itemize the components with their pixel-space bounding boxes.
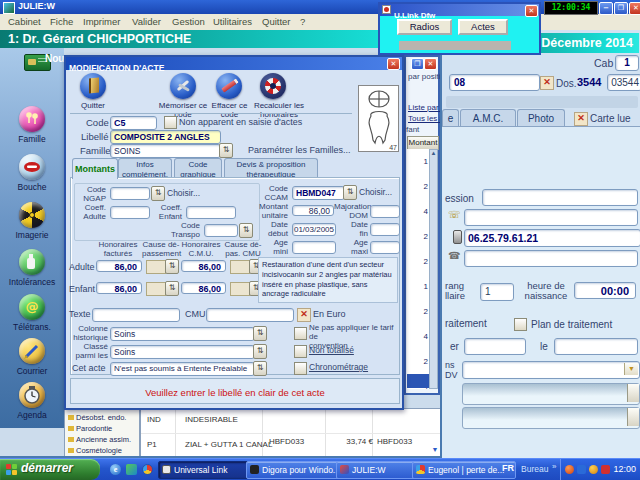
radios-button[interactable]: Radios — [397, 19, 452, 35]
memoriser-icon[interactable] — [170, 73, 196, 99]
enfant-honoraires-field[interactable]: 86,00 — [96, 282, 142, 294]
classe-field[interactable]: Soins — [110, 345, 255, 359]
ulink-close-icon[interactable]: ✕ — [525, 5, 538, 17]
quitter-icon[interactable] — [80, 73, 106, 99]
enfant-cause-field[interactable] — [146, 282, 166, 296]
rang-field[interactable]: 1 — [480, 283, 514, 301]
sidebar-item-intolerances[interactable]: Intolérances — [0, 277, 64, 287]
list-close-button[interactable]: ✕ — [424, 58, 437, 70]
date-debut-field[interactable]: 01/03/2005 — [292, 223, 336, 236]
transpo-field[interactable] — [204, 224, 238, 237]
menu-cabinet[interactable]: Cabinet — [8, 14, 41, 30]
language-indicator[interactable]: FR — [502, 463, 514, 473]
dialog-titlebar[interactable]: MODIFICATION D'ACTE ✕ — [66, 57, 402, 70]
tarif-checkbox[interactable] — [294, 327, 307, 340]
table-row[interactable]: IND INDESIRABLE — [141, 415, 441, 431]
notes-box-1[interactable] — [462, 383, 640, 405]
sidebar-item-famille[interactable]: Famille — [0, 134, 64, 144]
ulink-titlebar[interactable]: U.Link Dfw ✕ — [380, 4, 539, 16]
adulte-cause-cmu-field[interactable] — [230, 260, 250, 274]
libelle-field[interactable]: COMPOSITE 2 ANGLES — [110, 130, 221, 144]
list-restore-button[interactable]: ❐ — [411, 58, 424, 70]
famille-field[interactable]: SOINS — [110, 144, 221, 158]
menu-imprimer[interactable]: Imprimer — [83, 14, 120, 30]
start-button[interactable]: démarrer — [0, 459, 100, 480]
age-mini-field[interactable] — [292, 241, 336, 254]
chevron-down-icon[interactable]: ▼ — [624, 363, 638, 375]
ngap-field[interactable] — [110, 187, 150, 200]
heure-naissance-field[interactable]: 00:00 — [574, 282, 636, 299]
colonne-field[interactable]: Soins — [110, 327, 255, 341]
adulte-cause-spinner[interactable]: ⇅ — [165, 259, 179, 274]
quicklaunch-msn-icon[interactable] — [126, 464, 137, 475]
tab-photo[interactable]: Photo — [517, 109, 565, 127]
classe-spinner[interactable]: ⇅ — [253, 344, 267, 359]
courrier-icon[interactable] — [19, 338, 45, 364]
ccam-spinner[interactable]: ⇅ — [343, 185, 357, 200]
montant-column-header[interactable]: Montant — [407, 136, 439, 150]
imagerie-icon[interactable] — [19, 202, 45, 228]
menu-valider[interactable]: Valider — [132, 14, 161, 30]
totalise-checkbox[interactable] — [294, 345, 307, 358]
enfant-cause-spinner[interactable]: ⇅ — [165, 281, 179, 296]
montant-unitaire-field[interactable]: 86,00 — [292, 205, 334, 216]
list-scrollbar[interactable]: ▲ — [429, 149, 438, 389]
sidebar-item-teletrans[interactable]: Télétrans. — [0, 322, 64, 332]
sidebar-item-imagerie[interactable]: Imagerie — [0, 230, 64, 240]
parametrer-familles-link[interactable]: Paramétrer les Familles... — [248, 146, 351, 156]
code08-field[interactable]: 08 — [449, 74, 540, 91]
menu-quitter[interactable]: Quitter — [262, 14, 291, 30]
menu-help[interactable]: ? — [300, 14, 305, 30]
notes-box-2-button[interactable] — [627, 408, 639, 426]
cet-acte-field[interactable]: N'est pas soumis à Entente Préalable — [110, 362, 255, 376]
selected-row-highlight[interactable] — [407, 374, 429, 388]
tray-blue-icon[interactable] — [577, 465, 586, 474]
table-row[interactable]: P1 ZIAL + GUTTA 1 CANAL HBFD033 33,74 € … — [141, 437, 441, 453]
tab-devis[interactable]: Devis & proposition thérapeutique — [224, 158, 318, 177]
colonne-spinner[interactable]: ⇅ — [253, 326, 267, 341]
teletrans-icon[interactable]: @ — [19, 294, 45, 320]
tab-code-graphique[interactable]: Code graphique — [174, 158, 222, 177]
fax-field[interactable] — [464, 209, 638, 226]
age-maxi-field[interactable] — [370, 241, 400, 254]
coeff-enfant-field[interactable] — [186, 206, 236, 219]
adulte-honoraires-field[interactable]: 86,00 — [96, 260, 142, 272]
dialog-close-icon[interactable]: ✕ — [387, 58, 400, 70]
notes-box-1-button[interactable] — [627, 384, 639, 402]
majoration-field[interactable] — [370, 205, 400, 218]
menu-fiche[interactable]: Fiche — [50, 14, 73, 30]
mobile-field[interactable]: 06.25.79.61.21 — [464, 229, 640, 247]
er-field[interactable] — [464, 338, 526, 355]
code-field[interactable]: C5 — [110, 116, 157, 130]
ccam-choisir-link[interactable]: Choisir... — [359, 188, 392, 197]
cet-acte-spinner[interactable]: ⇅ — [253, 361, 267, 376]
rdv-combobox[interactable]: ▼ — [462, 361, 640, 379]
famille-icon[interactable] — [19, 106, 45, 132]
sidebar-item-bouche[interactable]: Bouche — [0, 182, 64, 192]
tous-les-actes-link[interactable]: Tous les act — [408, 114, 440, 123]
recalculer-icon[interactable] — [260, 73, 286, 99]
bureau-toolbar[interactable]: Bureau — [521, 464, 548, 474]
profession-field[interactable] — [482, 189, 638, 206]
restore-button[interactable]: ❐ — [614, 2, 628, 15]
le-field[interactable] — [554, 338, 638, 355]
close-button[interactable]: ✕ — [629, 2, 640, 15]
cmu-field[interactable] — [206, 308, 294, 322]
transpo-spinner[interactable]: ⇅ — [239, 223, 253, 238]
chrono-checkbox[interactable] — [294, 362, 307, 375]
date-fin-field[interactable] — [370, 223, 400, 236]
ngap-choisir-link[interactable]: Choisir... — [167, 189, 200, 198]
notes-box-2[interactable] — [462, 407, 640, 429]
ccam-field[interactable]: HBMD047 — [292, 186, 345, 200]
task-eugenol[interactable]: Eugenol | perte de... — [412, 461, 516, 479]
liste-par-link[interactable]: Liste par Fa — [408, 103, 440, 112]
enfant-cmu-field[interactable]: 86,00 — [181, 282, 226, 294]
plan-traitement-checkbox[interactable] — [514, 318, 527, 331]
menu-utilitaires[interactable]: Utilitaires — [213, 14, 252, 30]
ngap-spinner[interactable]: ⇅ — [151, 186, 165, 201]
famille-spinner[interactable]: ⇅ — [219, 143, 233, 158]
category-item[interactable]: Cosmétologie — [76, 446, 122, 455]
bureau-chevron-icon[interactable]: » — [552, 462, 556, 471]
dos-code-field[interactable]: 03544 — [607, 74, 640, 91]
actes-button[interactable]: Actes — [458, 19, 508, 35]
